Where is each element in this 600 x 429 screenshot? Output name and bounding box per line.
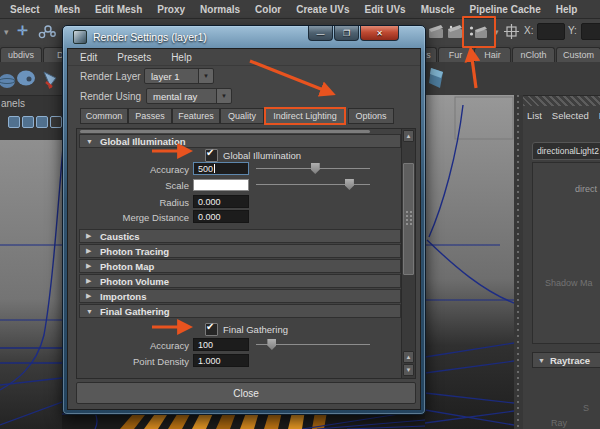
close-button[interactable]: Close <box>76 382 416 404</box>
menu-create-uvs[interactable]: Create UVs <box>296 4 349 15</box>
global-illumination-checkbox[interactable]: ✔ <box>205 149 218 162</box>
joint-tool-icon[interactable] <box>38 24 56 40</box>
panels-toolbar: anels <box>0 95 62 142</box>
slider-handle[interactable] <box>311 163 320 174</box>
section-caustics[interactable]: ▶ Caustics <box>79 229 401 243</box>
gi-scale-slider[interactable] <box>256 178 370 191</box>
raytrace-section-header[interactable]: ▼ Raytrace <box>532 352 600 368</box>
x-coordinate-field[interactable] <box>537 23 565 40</box>
gi-merge-distance-field[interactable]: 0.000 <box>193 210 249 223</box>
fg-accuracy-label: Accuracy <box>77 340 189 351</box>
shaded-view-icon[interactable] <box>22 116 34 128</box>
scrollbar-thumb[interactable] <box>403 163 414 275</box>
expanded-triangle-icon: ▼ <box>86 138 100 145</box>
panel-resize-handle[interactable] <box>514 95 523 429</box>
move-tool-icon[interactable]: ✛ <box>17 23 28 38</box>
section-final-gathering[interactable]: ▼ Final Gathering <box>79 304 401 318</box>
text-caret <box>214 164 215 173</box>
vertical-scrollbar[interactable]: ▲ ▲ ▼ <box>401 129 415 378</box>
close-window-button[interactable]: ✕ <box>360 26 399 41</box>
gi-scale-color-swatch[interactable] <box>193 179 249 191</box>
final-gathering-checkbox[interactable]: ✔ <box>205 323 218 336</box>
horizontal-scrollbar[interactable] <box>80 130 370 133</box>
final-gathering-checkbox-label: Final Gathering <box>223 324 288 335</box>
menu-help[interactable]: Help <box>556 4 578 15</box>
slider-handle[interactable] <box>345 179 354 190</box>
shelf-item-icon[interactable] <box>427 66 447 90</box>
scroll-up-button-2[interactable]: ▲ <box>403 351 414 363</box>
menu-list[interactable]: List <box>527 110 542 121</box>
render-using-label: Render Using <box>80 91 141 102</box>
viewport-mid-wireframe[interactable] <box>425 95 514 429</box>
menu-selected[interactable]: Selected <box>552 110 589 121</box>
snap-target-icon[interactable] <box>504 24 519 39</box>
section-photon-tracing[interactable]: ▶ Photon Tracing <box>79 244 401 258</box>
check-icon: ✔ <box>206 321 214 332</box>
gi-accuracy-field[interactable]: 500 <box>193 162 249 175</box>
menu-presets[interactable]: Presets <box>117 52 151 63</box>
section-importons[interactable]: ▶ Importons <box>79 289 401 303</box>
y-coordinate-field[interactable] <box>581 23 600 40</box>
menu-edit-uvs[interactable]: Edit UVs <box>365 4 406 15</box>
check-icon: ✔ <box>206 147 214 158</box>
menu-dialog-help[interactable]: Help <box>171 52 192 63</box>
attribute-editor-panel: List Selected F directionalLight2 direct… <box>523 95 600 429</box>
shelf-icons-strip <box>0 62 62 95</box>
slider-handle[interactable] <box>267 339 276 350</box>
menu-select[interactable]: Select <box>10 4 39 15</box>
shelf-tab-subdivs[interactable]: ubdivs <box>0 47 42 62</box>
minimize-button[interactable]: — <box>308 26 333 41</box>
collapsed-triangle-icon: ▶ <box>86 292 100 300</box>
tab-common[interactable]: Common <box>80 108 128 124</box>
shelf-tab-ncloth[interactable]: nCloth <box>512 47 555 62</box>
fg-accuracy-field[interactable]: 100 <box>193 338 249 351</box>
shelf-tab-fur[interactable]: Fur <box>438 47 473 62</box>
tab-options[interactable]: Options <box>348 108 394 124</box>
render-using-dropdown[interactable]: mental ray ▼ <box>146 88 232 104</box>
menu-pipeline-cache[interactable]: Pipeline Cache <box>470 4 541 15</box>
tab-quality[interactable]: Quality <box>220 108 264 124</box>
menu-muscle[interactable]: Muscle <box>421 4 455 15</box>
shelf-tab-custom[interactable]: Custom <box>556 47 600 62</box>
dialog-body: Edit Presets Help Render Layer layer 1 ▼… <box>67 48 421 410</box>
panel-drag-hatch[interactable] <box>523 96 600 106</box>
wireframe-view-icon[interactable] <box>8 116 20 128</box>
x-coordinate-label: X: <box>524 25 533 36</box>
viewport-left-wireframe[interactable] <box>0 140 62 429</box>
shelf-tab-hair[interactable]: Hair <box>474 47 511 62</box>
tab-features[interactable]: Features <box>172 108 220 124</box>
fg-accuracy-slider[interactable] <box>256 338 370 351</box>
scroll-up-button[interactable]: ▲ <box>403 130 414 142</box>
tab-directionallight2[interactable]: directionalLight2 <box>532 142 600 160</box>
point-density-label: Point Density <box>77 356 189 367</box>
tab-indirect-lighting[interactable]: Indirect Lighting <box>264 107 346 125</box>
render-settings-highlight-box <box>462 16 496 48</box>
render-layer-dropdown[interactable]: layer 1 ▼ <box>144 68 214 84</box>
textured-view-icon[interactable] <box>36 116 48 128</box>
render-current-frame-icon[interactable] <box>428 24 445 40</box>
menu-edit[interactable]: Edit <box>80 52 97 63</box>
settings-scroll-area: ▼ Global Illumination ✔ Global Illuminat… <box>76 128 416 379</box>
section-photon-map[interactable]: ▶ Photon Map <box>79 259 401 273</box>
gi-radius-field[interactable]: 0.000 <box>193 195 249 208</box>
point-density-field[interactable]: 1.000 <box>193 354 249 367</box>
menu-color[interactable]: Color <box>255 4 281 15</box>
tab-passes[interactable]: Passes <box>128 108 172 124</box>
shadow-map-label: Shadow Ma <box>545 278 593 288</box>
maximize-button[interactable]: ❐ <box>334 26 359 41</box>
menu-edit-mesh[interactable]: Edit Mesh <box>95 4 142 15</box>
render-layer-label: Render Layer <box>80 71 141 82</box>
menu-mesh[interactable]: Mesh <box>54 4 80 15</box>
toolbar-chevron-icon[interactable]: ▾ <box>4 27 9 37</box>
section-global-illumination[interactable]: ▼ Global Illumination <box>79 134 401 148</box>
collapsed-triangle-icon: ▶ <box>86 262 100 270</box>
scroll-down-button[interactable]: ▼ <box>403 364 414 376</box>
menu-proxy[interactable]: Proxy <box>157 4 185 15</box>
shelf-icons[interactable] <box>0 66 62 92</box>
section-photon-volume[interactable]: ▶ Photon Volume <box>79 274 401 288</box>
panels-label: anels <box>1 98 25 109</box>
node-name-partial: direct <box>575 184 597 194</box>
gi-accuracy-slider[interactable] <box>256 162 370 175</box>
four-view-icon[interactable] <box>50 116 62 128</box>
menu-normals[interactable]: Normals <box>200 4 240 15</box>
